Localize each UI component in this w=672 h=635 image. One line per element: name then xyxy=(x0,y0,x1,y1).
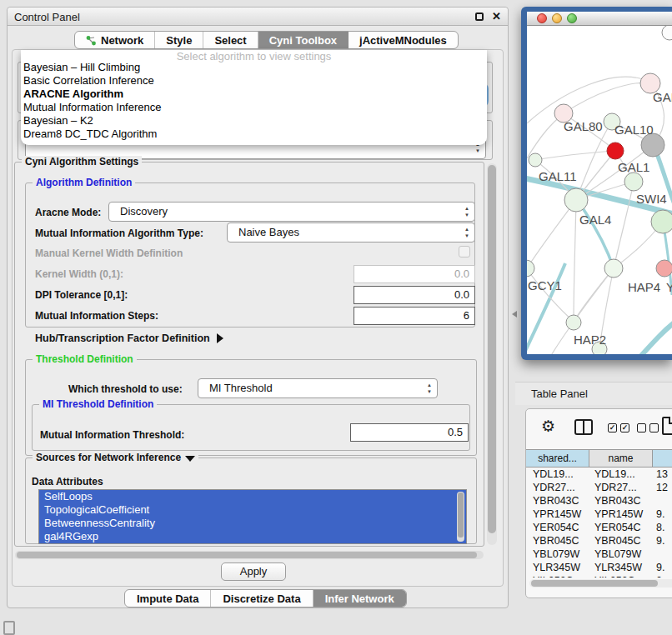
dpi-tolerance-field[interactable]: 0.0 xyxy=(354,286,475,304)
select-all-columns-icon[interactable]: ✓✓ xyxy=(608,423,629,432)
node-label: GCY1 xyxy=(528,278,562,292)
settings-scrollbar[interactable] xyxy=(487,163,497,545)
new-table-icon[interactable] xyxy=(662,417,672,435)
table-row[interactable]: YLR345WYLR345W9. xyxy=(526,561,672,574)
attribute-item[interactable]: TopologicalCoefficient xyxy=(39,503,466,517)
splitter-collapse-icon[interactable] xyxy=(512,311,517,318)
table-row[interactable]: YER054CYER054C8. xyxy=(526,521,672,534)
dropdown-item[interactable]: Mutual Information Inference xyxy=(23,101,485,114)
cyni-mode-tab-bar: Impute Data Discretize Data Infer Networ… xyxy=(124,589,407,608)
aracne-mode-combobox[interactable]: Discovery ▲▼ xyxy=(108,202,475,222)
network-node-selected[interactable] xyxy=(607,142,624,159)
close-icon[interactable]: ✕ xyxy=(492,10,501,22)
attribute-item[interactable]: BetweennessCentrality xyxy=(39,517,466,530)
dropdown-item[interactable]: Dream8 DC_TDC Algorithm xyxy=(23,128,485,141)
manual-kernel-checkbox xyxy=(459,246,470,258)
combo-stepper-icon: ▲▼ xyxy=(464,226,469,239)
which-threshold-combobox[interactable]: MI Threshold ▲▼ xyxy=(198,378,438,398)
network-icon xyxy=(86,35,97,46)
column-header-shared-name[interactable]: shared... xyxy=(526,450,589,467)
close-traffic-light-icon[interactable] xyxy=(537,13,547,23)
minimize-traffic-light-icon[interactable] xyxy=(552,13,562,23)
table-hscrollbar[interactable] xyxy=(529,579,672,588)
tab-impute-data[interactable]: Impute Data xyxy=(125,590,211,607)
tab-style[interactable]: Style xyxy=(155,32,203,48)
dropdown-item[interactable]: Bayesian – Hill Climbing xyxy=(23,61,485,74)
attribute-item[interactable]: SelfLoops xyxy=(39,490,466,503)
kernel-width-label: Kernel Width (0,1): xyxy=(35,268,123,280)
mi-algorithm-type-combobox[interactable]: Naive Bayes ▲▼ xyxy=(227,222,475,242)
network-node[interactable] xyxy=(662,26,672,40)
control-panel: Control Panel ✕ Network Style Select xyxy=(7,7,509,608)
tab-label: Network xyxy=(101,34,143,47)
node-label: Y xyxy=(666,280,672,294)
table-row[interactable]: YIL052CYIL052C0 xyxy=(526,574,672,578)
mi-threshold-field[interactable]: 0.5 xyxy=(350,423,469,442)
network-node[interactable] xyxy=(604,259,623,278)
data-attributes-list: SelfLoops TopologicalCoefficient Between… xyxy=(38,489,467,544)
list-scrollbar[interactable] xyxy=(457,492,464,542)
combo-value: Discovery xyxy=(120,205,168,218)
table-browser-window: ⚙ ✓✓ shared... name YDL19...YDL19...13 Y… xyxy=(525,408,672,598)
network-canvas[interactable]: GAL GAL80 GAL10 GAL1 GAL11 SWI4 GAL4 GCY… xyxy=(527,26,672,354)
collapsed-panel-icon[interactable] xyxy=(3,621,15,635)
tab-discretize-data[interactable]: Discretize Data xyxy=(211,590,313,607)
panel-title: Control Panel xyxy=(14,11,80,23)
tab-cyni-toolbox[interactable]: Cyni Toolbox xyxy=(258,32,349,48)
settings-hscrollbar[interactable] xyxy=(15,551,484,559)
zoom-traffic-light-icon[interactable] xyxy=(567,13,577,23)
dropdown-item-selected[interactable]: ARACNE Algorithm xyxy=(23,88,485,101)
sources-section-toggle[interactable]: Sources for Network Inference xyxy=(33,452,198,463)
deselect-all-columns-icon[interactable] xyxy=(637,423,659,432)
mi-steps-field[interactable]: 6 xyxy=(354,307,475,325)
network-node[interactable] xyxy=(641,133,664,157)
table-row[interactable]: YDL19...YDL19...13 xyxy=(526,468,672,481)
control-panel-tab-bar: Network Style Select Cyni Toolbox jActiv… xyxy=(74,31,459,49)
network-node[interactable] xyxy=(527,260,534,277)
network-node[interactable] xyxy=(564,188,588,212)
hub-tf-section-toggle[interactable]: Hub/Transcription Factor Definition xyxy=(35,332,223,344)
data-attributes-label: Data Attributes xyxy=(32,476,103,488)
column-header-partial[interactable] xyxy=(653,450,672,467)
network-node[interactable] xyxy=(529,153,542,167)
table-row[interactable]: YBR043CYBR043C xyxy=(526,494,672,508)
network-view-window: GAL GAL80 GAL10 GAL1 GAL11 SWI4 GAL4 GCY… xyxy=(521,7,672,360)
aracne-mode-label: Aracne Mode: xyxy=(35,207,101,218)
dropdown-item[interactable]: Bayesian – K2 xyxy=(23,114,485,128)
network-node[interactable] xyxy=(566,315,581,330)
tab-label: Infer Network xyxy=(325,592,394,605)
algorithm-dropdown-popup: Select algorithm to view settings Bayesi… xyxy=(21,50,487,145)
tab-select[interactable]: Select xyxy=(203,32,258,48)
group-title: Algorithm Definition xyxy=(33,177,135,188)
table-header-row: shared... name xyxy=(526,449,672,468)
threshold-definition-group: Threshold Definition Which threshold to … xyxy=(25,359,477,456)
column-header-name[interactable]: name xyxy=(589,450,653,467)
network-node[interactable] xyxy=(624,172,643,191)
combo-stepper-icon: ▲▼ xyxy=(464,205,469,218)
tab-jactivemnodules[interactable]: jActiveMNodules xyxy=(349,32,458,48)
tab-label: Cyni Toolbox xyxy=(269,34,337,47)
float-window-icon[interactable] xyxy=(475,12,484,21)
tab-label: Select xyxy=(214,34,246,47)
dropdown-item[interactable]: Basic Correlation Inference xyxy=(23,74,485,88)
tab-network[interactable]: Network xyxy=(75,32,155,48)
network-node[interactable] xyxy=(651,210,672,233)
node-label: GAL1 xyxy=(618,160,649,174)
combo-value: Naive Bayes xyxy=(238,226,299,238)
application-window: Control Panel ✕ Network Style Select xyxy=(0,0,672,635)
apply-button[interactable]: Apply xyxy=(221,562,286,581)
collapse-down-icon xyxy=(185,456,195,462)
kernel-width-field: 0.0 xyxy=(354,265,475,283)
tab-infer-network[interactable]: Infer Network xyxy=(313,590,406,607)
table-row[interactable]: YBR045CYBR045C9. xyxy=(526,534,672,548)
attribute-item[interactable]: gal4RGexp xyxy=(39,530,466,543)
network-node[interactable] xyxy=(656,260,672,277)
table-row[interactable]: YPR145WYPR145W9. xyxy=(526,508,672,521)
network-window-titlebar xyxy=(527,12,672,26)
hub-tf-label: Hub/Transcription Factor Definition xyxy=(35,332,210,344)
settings-gear-icon[interactable]: ⚙ xyxy=(541,418,555,436)
mi-threshold-definition-group: MI Threshold Definition Mutual Informati… xyxy=(32,404,470,451)
table-row[interactable]: YBL079WYBL079W xyxy=(526,548,672,561)
table-row[interactable]: YDR27...YDR27...12 xyxy=(526,481,672,494)
column-layout-icon[interactable] xyxy=(574,419,593,435)
